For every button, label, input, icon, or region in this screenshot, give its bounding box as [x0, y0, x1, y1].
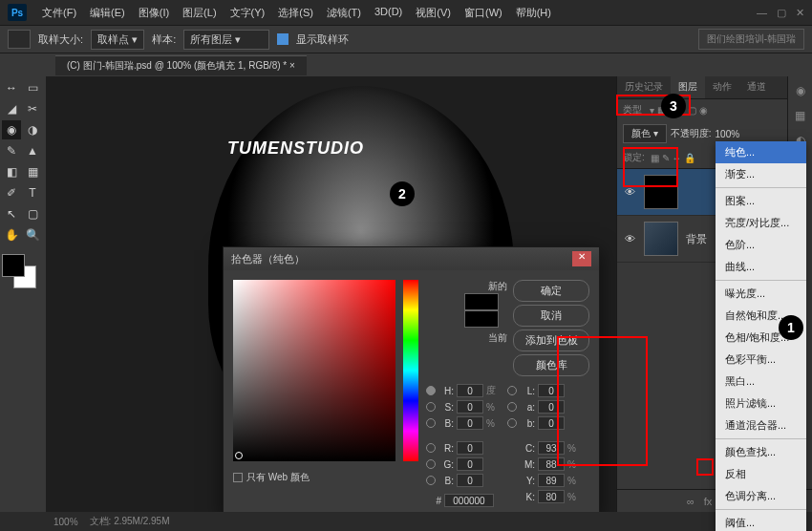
move-tool[interactable]: ↔	[2, 78, 21, 97]
menu-item[interactable]: 滤镜(T)	[321, 3, 367, 23]
hand-tool[interactable]: ✋	[2, 225, 21, 244]
panel-tab[interactable]: 通道	[739, 76, 774, 98]
color-value-input[interactable]	[538, 416, 565, 430]
pen-tool[interactable]: ✐	[2, 183, 21, 202]
lasso-tool[interactable]: ◢	[2, 99, 21, 118]
menu-item[interactable]: 黑白...	[716, 371, 806, 393]
heal-tool[interactable]: ◑	[23, 120, 42, 139]
swatches-panel-icon[interactable]: ▦	[795, 109, 805, 122]
menu-item[interactable]: 阈值...	[716, 512, 806, 531]
layer-thumb	[644, 175, 678, 209]
canvas[interactable]: TUMENSTUDIO Tumen Studio 拾色器（纯色） ✕ 只有 We…	[46, 76, 616, 512]
opacity-value[interactable]: 100%	[716, 129, 740, 139]
menu-item[interactable]: 照片滤镜...	[716, 393, 806, 414]
menu-item[interactable]: 色调分离...	[716, 485, 806, 507]
crop-tool[interactable]: ✂	[23, 99, 42, 118]
type-tool[interactable]: T	[23, 183, 42, 202]
sample-size-select[interactable]: 取样点 ▾	[91, 30, 144, 50]
show-ring-checkbox[interactable]	[277, 33, 288, 45]
menu-item[interactable]: 渐变...	[716, 163, 806, 185]
menu-item[interactable]: 曲线...	[716, 256, 806, 278]
color-mode-radio[interactable]	[426, 402, 436, 412]
color-panel-icon[interactable]: ◉	[796, 84, 805, 97]
hue-strip[interactable]	[403, 280, 418, 461]
window-controls[interactable]: — ▢ ✕	[757, 7, 804, 19]
gradient-tool[interactable]: ▦	[23, 162, 42, 181]
color-mode-radio[interactable]	[426, 459, 436, 469]
saturation-box[interactable]	[233, 280, 395, 461]
color-value-input[interactable]	[457, 457, 483, 471]
menu-item[interactable]: 3D(D)	[369, 3, 408, 23]
color-value-input[interactable]	[538, 400, 565, 414]
maximize-icon[interactable]: ▢	[777, 7, 786, 19]
hex-input[interactable]	[444, 494, 494, 507]
menu-item[interactable]: 窗口(W)	[459, 3, 508, 23]
menu-item[interactable]: 文字(Y)	[224, 3, 271, 23]
menu-item[interactable]: 颜色查找...	[716, 441, 806, 463]
color-value-input[interactable]	[538, 384, 565, 397]
menu-item[interactable]: 文件(F)	[36, 3, 82, 23]
path-tool[interactable]: ↖	[2, 204, 21, 223]
layer-action-icon[interactable]: fx	[704, 496, 713, 507]
menu-item[interactable]: 帮助(H)	[510, 3, 557, 23]
menu-item[interactable]: 编辑(E)	[84, 3, 131, 23]
color-value-input[interactable]	[457, 400, 483, 414]
menu-item[interactable]: 纯色...	[716, 141, 806, 163]
eraser-tool[interactable]: ◧	[2, 162, 21, 181]
color-mode-radio[interactable]	[426, 418, 436, 428]
menu-item[interactable]: 曝光度...	[716, 283, 806, 305]
sample-layers-select[interactable]: 所有图层 ▾	[183, 30, 269, 50]
color-lib-button[interactable]: 颜色库	[513, 354, 589, 376]
badge-1: 1	[779, 315, 803, 340]
menu-item[interactable]: 色彩平衡...	[716, 349, 806, 371]
menu-item[interactable]: 通道混合器...	[716, 414, 806, 436]
color-value-input[interactable]	[457, 384, 483, 397]
menu-item[interactable]: 亮度/对比度...	[716, 212, 806, 234]
layer-thumb	[644, 222, 678, 256]
color-value-input[interactable]	[457, 474, 483, 487]
menu-item[interactable]: 反相	[716, 463, 806, 485]
color-mode-radio[interactable]	[426, 443, 436, 453]
cancel-button[interactable]: 取消	[513, 305, 589, 327]
menu-item[interactable]: 图案...	[716, 190, 806, 212]
layer-name[interactable]: 背景	[686, 232, 707, 246]
add-swatch-button[interactable]: 添加到色板	[513, 329, 589, 351]
close-icon[interactable]: ✕	[796, 7, 804, 19]
document-tab[interactable]: (C) 图门-韩国瑞.psd @ 100% (颜色填充 1, RGB/8) * …	[55, 55, 307, 75]
color-mode-radio[interactable]	[507, 418, 517, 428]
minimize-icon[interactable]: —	[757, 7, 767, 19]
ok-button[interactable]: 确定	[513, 280, 589, 302]
color-mode-radio[interactable]	[426, 386, 436, 395]
color-value-input[interactable]	[457, 416, 483, 430]
blend-mode-select[interactable]: 颜色 ▾	[623, 124, 667, 143]
layer-action-icon[interactable]: ∞	[687, 496, 694, 507]
panel-tab[interactable]: 历史记录	[617, 76, 671, 98]
color-mode-radio[interactable]	[426, 476, 436, 485]
dialog-close-button[interactable]: ✕	[572, 251, 591, 266]
color-value-input[interactable]	[538, 490, 565, 503]
color-value-input[interactable]	[457, 441, 483, 455]
brush-tool[interactable]: ✎	[2, 141, 21, 160]
foreground-background-swatch[interactable]	[2, 254, 40, 292]
marquee-tool[interactable]: ▭	[23, 78, 42, 97]
eyedropper-tool-icon[interactable]	[8, 30, 31, 49]
stamp-tool[interactable]: ▲	[23, 141, 42, 160]
shape-tool[interactable]: ▢	[23, 204, 42, 223]
color-value-input[interactable]	[538, 441, 565, 455]
visibility-icon[interactable]: 👁	[623, 186, 636, 198]
color-mode-radio[interactable]	[507, 402, 517, 412]
panel-tab[interactable]: 动作	[705, 76, 739, 98]
menu-item[interactable]: 色阶...	[716, 234, 806, 256]
eyedropper-tool[interactable]: ◉	[2, 120, 21, 139]
menu-item[interactable]: 选择(S)	[272, 3, 319, 23]
color-value-input[interactable]	[538, 457, 565, 471]
zoom-tool[interactable]: 🔍	[23, 225, 42, 244]
menu-item[interactable]: 视图(V)	[410, 3, 457, 23]
web-only-checkbox[interactable]	[233, 473, 243, 482]
color-mode-radio[interactable]	[507, 386, 517, 395]
menu-item[interactable]: 图层(L)	[177, 3, 222, 23]
visibility-icon[interactable]: 👁	[623, 233, 636, 244]
menu-item[interactable]: 图像(I)	[133, 3, 175, 23]
zoom-level[interactable]: 100%	[53, 517, 78, 527]
color-value-input[interactable]	[538, 474, 565, 487]
